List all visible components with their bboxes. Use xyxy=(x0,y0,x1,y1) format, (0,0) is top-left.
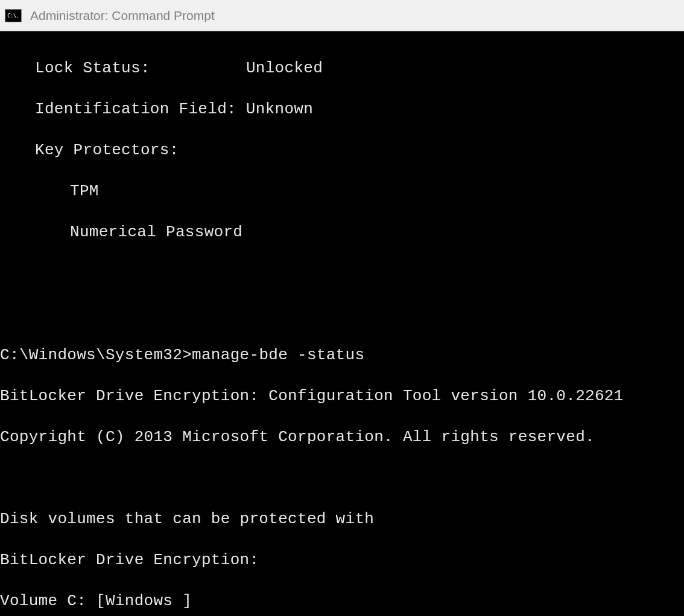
key-protector-numpass: Numerical Password xyxy=(70,223,242,241)
window-title: Administrator: Command Prompt xyxy=(30,8,215,23)
tool-version-line: BitLocker Drive Encryption: Configuratio… xyxy=(0,387,624,405)
key-protectors-label: Key Protectors: xyxy=(35,141,179,159)
prompt-command: manage-bde -status xyxy=(192,346,364,364)
section-heading-2: BitLocker Drive Encryption: xyxy=(0,551,259,569)
lock-status-value: Unlocked xyxy=(246,59,323,77)
copyright-line: Copyright (C) 2013 Microsoft Corporation… xyxy=(0,428,595,446)
id-field-label: Identification Field: xyxy=(35,100,236,118)
lock-status-label: Lock Status: xyxy=(35,59,150,77)
volume-line: Volume C: [Windows ] xyxy=(0,592,192,610)
terminal-output[interactable]: Lock Status: Unlocked Identification Fie… xyxy=(0,31,684,616)
id-field-value: Unknown xyxy=(246,100,313,118)
window-titlebar: C:\. Administrator: Command Prompt xyxy=(0,0,684,31)
prompt-path: C:\Windows\System32> xyxy=(0,346,192,364)
key-protector-tpm: TPM xyxy=(70,182,99,200)
cmd-icon: C:\. xyxy=(5,9,22,22)
section-heading-1: Disk volumes that can be protected with xyxy=(0,510,374,528)
